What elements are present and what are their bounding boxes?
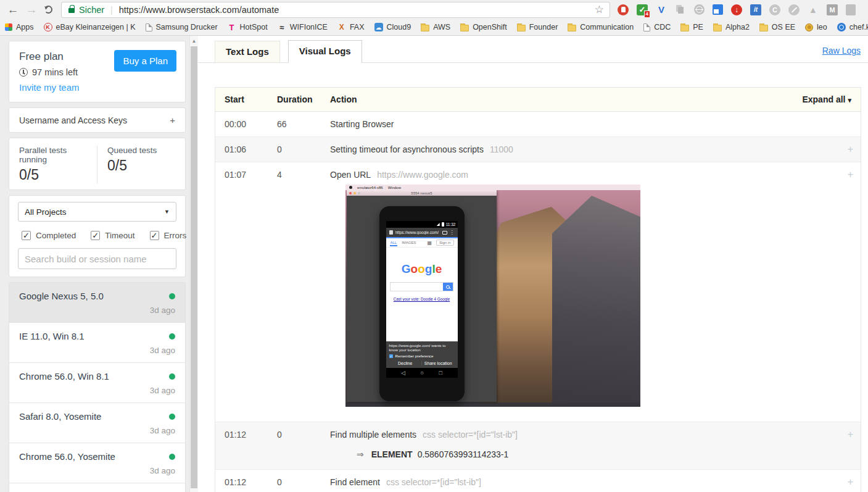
bookmark-alpha2[interactable]: Alpha2	[713, 23, 750, 31]
bookmark-communication[interactable]: Communication	[568, 23, 634, 31]
doodle-vote-link: Cast your vote: Doodle 4 Google	[386, 297, 458, 301]
adblock-extension-icon[interactable]	[618, 4, 629, 15]
plan-card: Free plan 97 mins left Invite my team Bu…	[9, 41, 186, 102]
invite-team-link[interactable]: Invite my team	[19, 82, 175, 93]
folder-icon	[517, 25, 526, 31]
expand-row-icon[interactable]: +	[848, 169, 853, 180]
page-icon	[643, 23, 650, 31]
partial-extension-icon[interactable]	[846, 4, 856, 15]
expand-row-icon[interactable]: +	[848, 429, 853, 440]
overflow-menu-icon: ⋮	[450, 230, 455, 235]
bookmark-samsung-drucker[interactable]: Samsung Drucker	[146, 23, 218, 31]
bookmark-openshift[interactable]: OpenShift	[460, 23, 507, 31]
tab-text-logs[interactable]: Text Logs	[215, 41, 280, 63]
session-item-nexus5[interactable]: Google Nexus 5, 5.0 3d ago	[9, 283, 185, 323]
log-table-header: Start Duration Action Expand all▾	[215, 88, 861, 112]
log-row-starting-browser: 00:00 66 Starting Browser	[215, 112, 861, 137]
reload-icon[interactable]	[44, 6, 52, 14]
pages-extension-icon[interactable]	[675, 4, 686, 15]
session-item-safari[interactable]: Safari 8.0, Yosemite 3d ago	[9, 403, 185, 443]
bookmark-hotspot[interactable]: THotSpot	[228, 23, 268, 31]
android-nav-bar: ◁ ○ □	[386, 368, 458, 378]
mac-menubar: emulator64-x86 Window	[345, 185, 640, 190]
status-dot-icon	[169, 333, 175, 340]
menubar-app-name: emulator64-x86	[357, 186, 383, 190]
sidebar-scrollbar[interactable]: ▲	[189, 36, 198, 492]
session-item-ie11[interactable]: IE 11.0, Win 8.1 3d ago	[9, 323, 185, 363]
header-duration: Duration	[277, 94, 330, 104]
log-row-find-multiple[interactable]: 01:12 0 Find multiple elementscss select…	[215, 422, 861, 470]
bookmark-chefknows[interactable]: chef.knows	[837, 23, 868, 31]
sidebar: Free plan 97 mins left Invite my team Bu…	[0, 36, 198, 492]
apps-shortcut[interactable]: Apps	[5, 23, 34, 31]
window-title: 5554 nexus5	[347, 191, 497, 195]
blocker-extension-icon[interactable]	[788, 4, 800, 15]
share-location-button: Share location	[421, 361, 455, 365]
it-extension-icon[interactable]: it	[750, 4, 761, 15]
buy-plan-button[interactable]: Buy a Plan	[114, 50, 176, 72]
expand-row-icon[interactable]: +	[848, 477, 853, 488]
session-item-chrome-win[interactable]: Chrome 56.0, Win 8.1 3d ago	[9, 363, 185, 403]
search-icon	[446, 285, 450, 289]
log-row-set-timeout[interactable]: 01:06 0 Setting timeout for asynchronous…	[215, 137, 861, 162]
checkbox-timeout[interactable]: Timeout	[91, 231, 134, 240]
bookmark-star-icon[interactable]: ☆	[595, 3, 604, 16]
globe-extension-icon[interactable]	[694, 4, 705, 15]
status-dot-icon	[169, 454, 175, 460]
access-keys-toggle[interactable]: Username and Access Keys +	[9, 107, 186, 133]
raw-logs-link[interactable]: Raw Logs	[822, 46, 861, 56]
omnibox[interactable]: Sicher | ☆	[61, 2, 610, 18]
phone-screen: 11:32 https://www.google.com/ ⋮	[386, 221, 458, 378]
search-input[interactable]	[18, 248, 176, 269]
scroll-up-icon[interactable]: ▲	[190, 36, 198, 44]
menubar-window-menu: Window	[388, 186, 401, 190]
secure-lock-icon	[68, 8, 75, 13]
bookmark-ebay[interactable]: KeBay Kleinanzeigen | K	[44, 23, 136, 31]
bookmark-leo[interactable]: leo	[805, 23, 827, 31]
google-logo: Google	[386, 262, 458, 276]
expand-row-icon[interactable]: +	[848, 144, 853, 155]
scrollbar-thumb[interactable]	[191, 46, 197, 488]
m-extension-icon[interactable]: M	[827, 4, 838, 15]
window-extension-icon[interactable]	[713, 4, 723, 15]
session-list: Google Nexus 5, 5.0 3d ago IE 11.0, Win …	[9, 282, 186, 492]
bookmark-aws[interactable]: AWS	[421, 23, 450, 31]
drive-extension-icon[interactable]: ▲	[808, 4, 819, 15]
security-label: Sicher	[79, 5, 104, 15]
log-row-find-element[interactable]: 01:12 0 Find elementcss selector=*[id="l…	[215, 470, 861, 492]
bookmark-fax[interactable]: XFAX	[337, 23, 365, 31]
folder-icon	[680, 25, 689, 31]
mobile-url-bar: https://www.google.com/ ⋮	[386, 228, 458, 237]
bookmark-cloud9[interactable]: ☁Cloud9	[374, 23, 411, 31]
bookmark-cdc[interactable]: CDC	[643, 23, 671, 31]
extensions-row: ✓4 V ↓ it C ▲ M	[618, 4, 864, 15]
browser-chrome: ← → Sicher | ☆ ✓4 V ↓ it C ▲ M Apps KeBa…	[0, 0, 868, 36]
downloader-extension-icon[interactable]: ↓	[731, 4, 742, 15]
bookmark-osee[interactable]: OS EE	[759, 23, 795, 31]
checkbox-completed[interactable]: Completed	[22, 231, 76, 240]
bookmark-pe[interactable]: PE	[680, 23, 703, 31]
c-extension-icon[interactable]: C	[769, 4, 780, 15]
back-icon[interactable]: ←	[4, 3, 22, 17]
session-item-chrome-yosemite[interactable]: Chrome 56.0, Yosemite 3d ago	[9, 443, 185, 483]
folder-icon	[759, 25, 768, 31]
forward-icon[interactable]: →	[22, 3, 41, 17]
expand-all-button[interactable]: Expand all▾	[802, 94, 851, 104]
apps-grid-icon: ▦	[428, 240, 432, 246]
status-filters: Completed Timeout Errors	[22, 231, 173, 240]
bookmark-founder[interactable]: Founder	[517, 23, 558, 31]
clock-icon	[19, 68, 28, 77]
result-line: ⇒ELEMENT0.5860763993114233-1	[357, 449, 851, 459]
url-input[interactable]	[119, 5, 591, 15]
checkbox-errors[interactable]: Errors	[150, 231, 187, 240]
tab-visual-logs[interactable]: Visual Logs	[288, 40, 362, 63]
log-row-open-url[interactable]: 01:07 4 Open URLhttps://www.google.com	[215, 162, 861, 422]
apps-label: Apps	[16, 23, 34, 31]
checkbox-icon	[91, 231, 100, 240]
parallel-tests-value: 0/5	[19, 167, 87, 183]
bookmark-wifionice[interactable]: ≈WIFIonICE	[278, 23, 328, 31]
visual-log-screenshot[interactable]: emulator64-x86 Window 5554 nexus5	[345, 185, 640, 407]
checker-extension-icon[interactable]: ✓4	[637, 4, 648, 15]
project-select[interactable]: All Projects ▼	[18, 202, 176, 222]
vimium-extension-icon[interactable]: V	[656, 4, 667, 15]
